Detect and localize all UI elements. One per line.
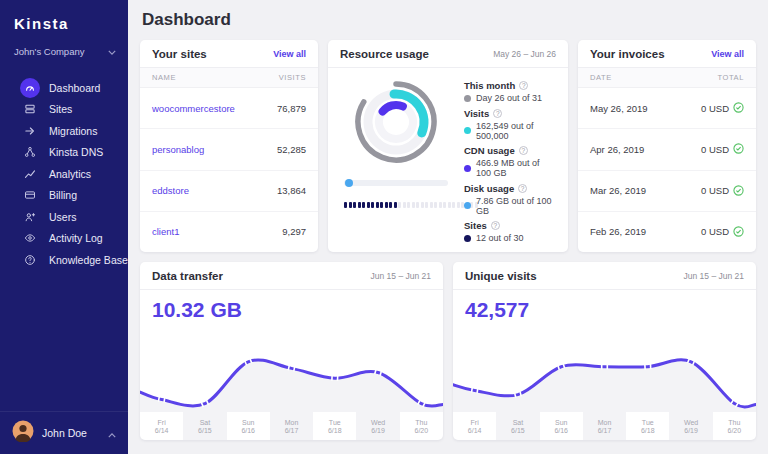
sidebar-item[interactable]: Users — [0, 206, 128, 228]
metric-color-dot — [464, 235, 471, 242]
help-icon[interactable]: ? — [493, 109, 502, 118]
site-visits: 52,285 — [277, 144, 306, 155]
paid-check-icon — [733, 99, 744, 117]
invoice-date: Apr 26, 2019 — [590, 144, 644, 155]
invoice-total: 0 USD — [701, 226, 729, 237]
site-name-link[interactable]: client1 — [152, 226, 179, 237]
activity-icon — [20, 228, 40, 248]
sidebar-item-label: Migrations — [49, 125, 97, 137]
invoices-view-all-link[interactable]: View all — [711, 49, 744, 59]
app: Kinsta John's Company Dashboard Sites Mi… — [0, 0, 768, 454]
data-transfer-range: Jun 15 – Jun 21 — [371, 271, 432, 281]
site-name-link[interactable]: eddstore — [152, 185, 189, 196]
sites-table-header: Name Visits — [140, 68, 318, 88]
axis-day: Sun 6/16 — [540, 412, 583, 440]
axis-day: Mon 6/17 — [270, 412, 313, 440]
invoice-date: May 26, 2019 — [590, 103, 648, 114]
invoice-row[interactable]: Apr 26, 2019 0 USD — [578, 129, 756, 170]
paid-check-icon — [733, 140, 744, 158]
metric-label: CDN usage — [464, 145, 515, 156]
main-content: Dashboard Your sites View all Name Visit… — [128, 0, 768, 454]
axis-day: Tue 6/18 — [626, 412, 669, 440]
sidebar-item[interactable]: Analytics — [0, 163, 128, 185]
col-total: Total — [718, 73, 744, 82]
axis-day: Wed 6/19 — [356, 412, 399, 440]
site-name-link[interactable]: woocommercestore — [152, 103, 235, 114]
invoices-card-title: Your invoices — [590, 48, 665, 60]
invoice-row[interactable]: May 26, 2019 0 USD — [578, 88, 756, 129]
dashboard-icon — [20, 78, 40, 98]
unique-visits-card: Unique visits Jun 15 – Jun 21 42,577 Fri… — [453, 262, 756, 440]
user-name: John Doe — [42, 427, 108, 439]
site-visits: 9,297 — [282, 226, 306, 237]
sidebar-item[interactable]: Activity Log — [0, 228, 128, 250]
site-name-link[interactable]: personablog — [152, 144, 204, 155]
unique-visits-title: Unique visits — [465, 270, 537, 282]
company-name: John's Company — [14, 46, 84, 57]
site-row: personablog 52,285 — [140, 129, 318, 170]
axis-day: Thu 6/20 — [400, 412, 443, 440]
invoices-table-header: Date Total — [578, 68, 756, 88]
sites-table: woocommercestore 76,879 personablog 52,2… — [140, 88, 318, 252]
sidebar-item-label: Billing — [49, 189, 77, 201]
resource-metric: CDN usage ? 466.9 MB out of 100 GB — [464, 145, 556, 178]
site-row: client1 9,297 — [140, 212, 318, 252]
help-icon[interactable]: ? — [491, 221, 500, 230]
sites-card-title: Your sites — [152, 48, 207, 60]
metric-value: 162,549 out of 500,000 — [476, 121, 556, 141]
help-icon[interactable]: ? — [518, 184, 527, 193]
sites-view-all-link[interactable]: View all — [273, 49, 306, 59]
invoice-row[interactable]: Mar 26, 2019 0 USD — [578, 171, 756, 212]
metric-label: Disk usage — [464, 183, 514, 194]
unique-visits-axis: Fri 6/14 Sat 6/15 Sun 6/16 Mon 6/17 — [453, 412, 756, 440]
invoice-total: 0 USD — [701, 185, 729, 196]
invoice-date: Mar 26, 2019 — [590, 185, 646, 196]
knowledge-icon — [20, 250, 40, 270]
user-menu[interactable]: John Doe — [0, 412, 128, 454]
sidebar-item-label: Analytics — [49, 168, 91, 180]
resource-usage-card: Resource usage May 26 – Jun 26 This mont… — [328, 40, 568, 252]
help-icon[interactable]: ? — [519, 146, 528, 155]
data-transfer-title: Data transfer — [152, 270, 223, 282]
avatar — [12, 420, 34, 446]
billing-icon — [20, 185, 40, 205]
data-transfer-value: 10.32 GB — [140, 290, 443, 324]
sidebar-item-label: Knowledge Base — [49, 254, 128, 266]
sidebar-item[interactable]: Knowledge Base — [0, 249, 128, 271]
resource-date-range: May 26 – Jun 26 — [493, 49, 556, 59]
sidebar-item-label: Users — [49, 211, 76, 223]
invoice-row[interactable]: Feb 26, 2019 0 USD — [578, 212, 756, 252]
sidebar: Kinsta John's Company Dashboard Sites Mi… — [0, 0, 128, 454]
users-icon — [20, 207, 40, 227]
metric-value: 7.86 GB out of 100 GB — [476, 196, 556, 216]
metric-value: 466.9 MB out of 100 GB — [476, 158, 556, 178]
sidebar-item[interactable]: Kinsta DNS — [0, 142, 128, 164]
your-sites-card: Your sites View all Name Visits woocomme… — [140, 40, 318, 252]
unique-visits-chart — [453, 324, 756, 412]
col-visits: Visits — [279, 73, 306, 82]
axis-day: Sat 6/15 — [496, 412, 539, 440]
sidebar-item[interactable]: Billing — [0, 185, 128, 207]
top-row: Your sites View all Name Visits woocomme… — [140, 40, 756, 252]
axis-day: Thu 6/20 — [713, 412, 756, 440]
col-date: Date — [590, 73, 612, 82]
metric-label: This month — [464, 80, 515, 91]
resource-card-title: Resource usage — [340, 48, 429, 60]
sidebar-item[interactable]: Migrations — [0, 120, 128, 142]
sites-segment-bar — [344, 202, 478, 208]
sidebar-item[interactable]: Dashboard — [0, 77, 128, 99]
page-title: Dashboard — [142, 10, 756, 30]
resource-legend: This month ? Day 26 out of 31 Visits — [464, 78, 556, 244]
metric-color-dot — [464, 127, 471, 134]
sidebar-item-label: Activity Log — [49, 232, 103, 244]
invoice-date: Feb 26, 2019 — [590, 226, 646, 237]
sidebar-item-label: Kinsta DNS — [49, 146, 103, 158]
disk-usage-dot — [345, 179, 353, 187]
site-visits: 76,879 — [277, 103, 306, 114]
col-name: Name — [152, 73, 176, 82]
resource-metric: Visits ? 162,549 out of 500,000 — [464, 108, 556, 141]
company-selector[interactable]: John's Company — [0, 32, 128, 57]
sidebar-item[interactable]: Sites — [0, 99, 128, 121]
axis-day: Wed 6/19 — [669, 412, 712, 440]
help-icon[interactable]: ? — [519, 81, 528, 90]
